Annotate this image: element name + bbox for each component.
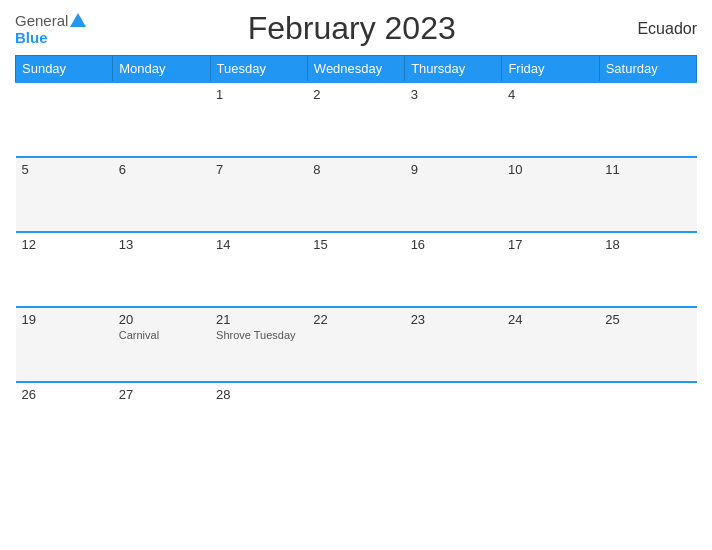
- day-cell-feb23: 23: [405, 307, 502, 382]
- day-cell-feb1: 1: [210, 82, 307, 157]
- header-friday: Friday: [502, 56, 599, 83]
- day-cell-feb13: 13: [113, 232, 210, 307]
- day-cell-feb25: 25: [599, 307, 696, 382]
- day-cell-feb26: 26: [16, 382, 113, 457]
- day-cell-feb18: 18: [599, 232, 696, 307]
- country-label: Ecuador: [617, 20, 697, 38]
- day-cell-feb5: 5: [16, 157, 113, 232]
- day-cell-feb11: 11: [599, 157, 696, 232]
- day-cell-feb16: 16: [405, 232, 502, 307]
- calendar-container: General Blue February 2023 Ecuador Sunda…: [0, 0, 712, 550]
- day-cell-empty: [307, 382, 404, 457]
- header-thursday: Thursday: [405, 56, 502, 83]
- day-cell-feb28: 28: [210, 382, 307, 457]
- event-carnival: Carnival: [119, 329, 204, 341]
- day-cell-feb20: 20 Carnival: [113, 307, 210, 382]
- header-monday: Monday: [113, 56, 210, 83]
- day-cell-feb15: 15: [307, 232, 404, 307]
- day-cell-feb12: 12: [16, 232, 113, 307]
- day-cell-feb9: 9: [405, 157, 502, 232]
- day-cell-feb7: 7: [210, 157, 307, 232]
- calendar-header: General Blue February 2023 Ecuador: [15, 10, 697, 47]
- day-cell-feb14: 14: [210, 232, 307, 307]
- event-shrove-tuesday: Shrove Tuesday: [216, 329, 301, 341]
- day-cell-empty: [599, 382, 696, 457]
- day-cell-feb17: 17: [502, 232, 599, 307]
- day-cell-feb3: 3: [405, 82, 502, 157]
- week-row-2: 5 6 7 8 9 10 11: [16, 157, 697, 232]
- header-wednesday: Wednesday: [307, 56, 404, 83]
- day-cell-empty: [502, 382, 599, 457]
- day-cell-feb10: 10: [502, 157, 599, 232]
- day-cell-feb24: 24: [502, 307, 599, 382]
- day-cell-feb19: 19: [16, 307, 113, 382]
- calendar-table: Sunday Monday Tuesday Wednesday Thursday…: [15, 55, 697, 457]
- week-row-5: 26 27 28: [16, 382, 697, 457]
- day-cell-feb8: 8: [307, 157, 404, 232]
- header-saturday: Saturday: [599, 56, 696, 83]
- week-row-3: 12 13 14 15 16 17 18: [16, 232, 697, 307]
- day-cell-empty: [405, 382, 502, 457]
- logo-general-text: General: [15, 12, 68, 29]
- day-cell-feb2: 2: [307, 82, 404, 157]
- day-cell: [113, 82, 210, 157]
- logo: General Blue: [15, 12, 86, 46]
- weekday-header-row: Sunday Monday Tuesday Wednesday Thursday…: [16, 56, 697, 83]
- header-sunday: Sunday: [16, 56, 113, 83]
- week-row-1: 1 2 3 4: [16, 82, 697, 157]
- month-title: February 2023: [86, 10, 617, 47]
- day-cell: [16, 82, 113, 157]
- day-cell-feb4: 4: [502, 82, 599, 157]
- week-row-4: 19 20 Carnival 21 Shrove Tuesday 22 23 2…: [16, 307, 697, 382]
- day-cell-feb27: 27: [113, 382, 210, 457]
- logo-triangle-icon: [70, 13, 86, 27]
- day-cell-feb6: 6: [113, 157, 210, 232]
- day-cell-feb21: 21 Shrove Tuesday: [210, 307, 307, 382]
- day-cell-feb22: 22: [307, 307, 404, 382]
- header-tuesday: Tuesday: [210, 56, 307, 83]
- logo-blue-text: Blue: [15, 29, 48, 46]
